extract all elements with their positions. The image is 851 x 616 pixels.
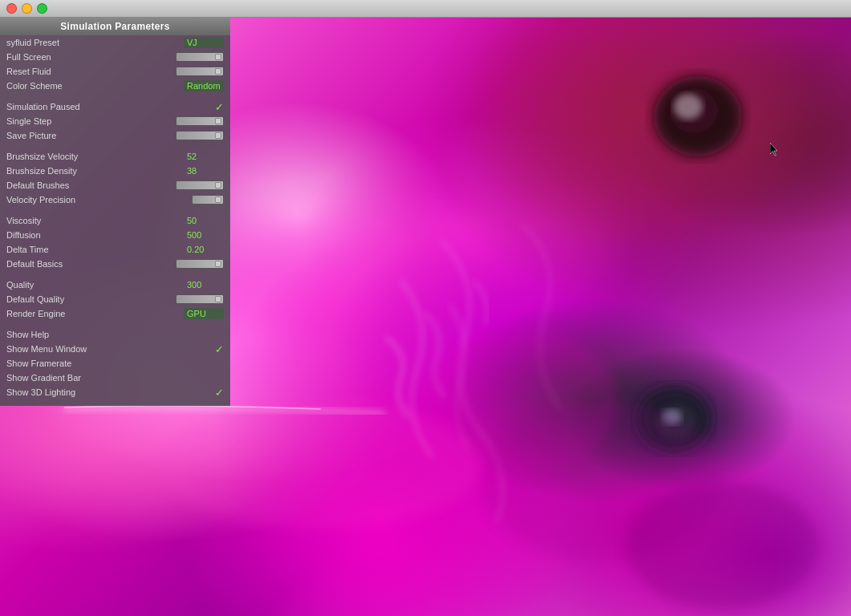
gap5 [0, 321, 230, 327]
render-engine-row: Render Engine GPU [0, 306, 230, 321]
save-picture-slider[interactable] [176, 131, 224, 140]
show-framerate-label: Show Framerate [6, 359, 224, 368]
close-button[interactable] [6, 3, 17, 14]
diffusion-value: 500 [184, 230, 224, 240]
reset-fluid-label: Reset Fluid [6, 67, 176, 76]
color-scheme-label: Color Scheme [6, 81, 184, 91]
simulation-panel: Simulation Parameters syfluid Preset VJ … [0, 18, 230, 406]
color-scheme-row: Color Scheme Random [0, 79, 230, 93]
sim-paused-row: Simulation Paused ✓ [0, 99, 230, 114]
show-3d-lighting-label: Show 3D Lighting [6, 387, 215, 397]
show-3d-lighting-row: Show 3D Lighting ✓ [0, 385, 230, 399]
gap3 [0, 207, 230, 213]
show-3d-lighting-check[interactable]: ✓ [215, 387, 224, 399]
show-menu-check[interactable]: ✓ [215, 343, 224, 355]
gap2 [0, 143, 230, 149]
default-brushes-label: Default Brushes [6, 180, 176, 190]
save-picture-row: Save Picture [0, 128, 230, 143]
vel-precision-label: Velocity Precision [6, 195, 192, 205]
show-help-row: Show Help [0, 327, 230, 342]
viscosity-value: 50 [184, 216, 224, 225]
viscosity-label: Viscosity [6, 216, 184, 225]
default-quality-row: Default Quality [0, 292, 230, 306]
sim-paused-check[interactable]: ✓ [215, 101, 224, 113]
sim-paused-label: Simulation Paused [6, 102, 215, 111]
quality-value: 300 [184, 280, 224, 290]
fullscreen-label: Full Screen [6, 52, 176, 62]
brushsize-den-label: Brushsize Density [6, 166, 184, 176]
brushsize-den-row: Brushsize Density 38 [0, 164, 230, 178]
single-step-label: Single Step [6, 116, 176, 126]
window-controls[interactable] [6, 3, 47, 14]
panel-title: Simulation Parameters [0, 18, 230, 35]
single-step-slider[interactable] [176, 116, 224, 126]
quality-label: Quality [6, 280, 184, 290]
show-framerate-row: Show Framerate [0, 356, 230, 371]
minimize-button[interactable] [22, 3, 32, 14]
maximize-button[interactable] [37, 3, 47, 14]
show-menu-row: Show Menu Window ✓ [0, 342, 230, 356]
save-picture-label: Save Picture [6, 131, 176, 140]
show-gradient-label: Show Gradient Bar [6, 373, 224, 383]
show-help-label: Show Help [6, 330, 224, 339]
brushsize-vel-label: Brushsize Velocity [6, 152, 184, 161]
default-brushes-slider[interactable] [176, 180, 224, 190]
vel-precision-row: Velocity Precision [0, 192, 230, 207]
default-basics-slider[interactable] [176, 259, 224, 269]
color-scheme-value[interactable]: Random [184, 80, 224, 91]
render-engine-value[interactable]: GPU [184, 308, 224, 319]
default-quality-slider[interactable] [176, 294, 224, 304]
delta-time-label: Delta Time [6, 245, 184, 254]
preset-value[interactable]: VJ [184, 37, 224, 48]
single-step-row: Single Step [0, 114, 230, 128]
gap4 [0, 271, 230, 278]
default-brushes-row: Default Brushes [0, 178, 230, 192]
default-quality-label: Default Quality [6, 294, 176, 304]
viscosity-row: Viscosity 50 [0, 213, 230, 228]
delta-time-value: 0.20 [184, 245, 224, 254]
reset-fluid-row: Reset Fluid [0, 64, 230, 79]
render-engine-label: Render Engine [6, 309, 184, 318]
default-basics-label: Default Basics [6, 259, 176, 269]
reset-fluid-slider[interactable] [176, 67, 224, 76]
brushsize-vel-row: Brushsize Velocity 52 [0, 149, 230, 164]
preset-row: syfluid Preset VJ [0, 35, 230, 50]
gap1 [0, 93, 230, 99]
show-gradient-row: Show Gradient Bar [0, 371, 230, 385]
quality-row: Quality 300 [0, 278, 230, 292]
diffusion-label: Diffusion [6, 230, 184, 240]
diffusion-row: Diffusion 500 [0, 228, 230, 242]
brushsize-den-value: 38 [184, 166, 224, 176]
preset-label: syfluid Preset [6, 38, 184, 47]
default-basics-row: Default Basics [0, 257, 230, 271]
brushsize-vel-value: 52 [184, 152, 224, 161]
fullscreen-slider[interactable] [176, 52, 224, 62]
title-bar [0, 0, 851, 18]
show-menu-label: Show Menu Window [6, 344, 215, 354]
fullscreen-row: Full Screen [0, 50, 230, 64]
vel-precision-slider[interactable] [192, 195, 224, 205]
delta-time-row: Delta Time 0.20 [0, 242, 230, 257]
